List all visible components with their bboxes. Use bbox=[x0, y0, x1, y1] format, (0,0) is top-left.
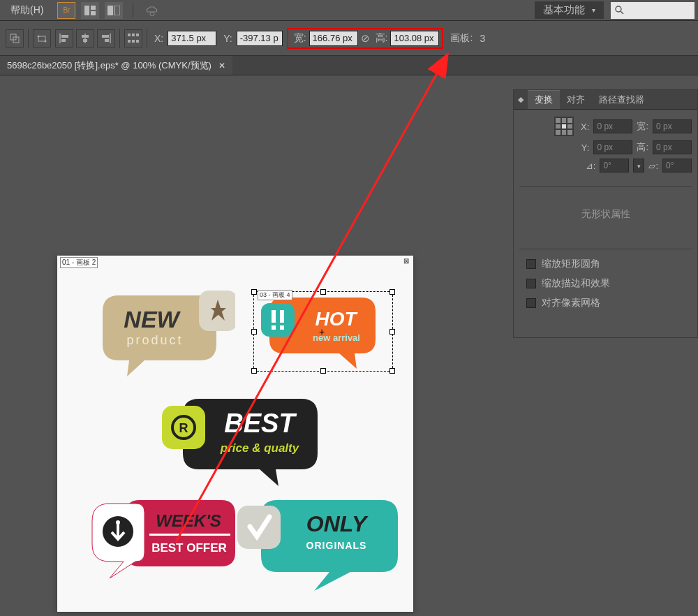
help-menu[interactable]: 帮助(H) bbox=[3, 1, 50, 20]
panel-angle-input[interactable] bbox=[600, 159, 629, 173]
h-label: 高: bbox=[376, 32, 388, 45]
panel-options: 缩放矩形圆角 缩放描边和效果 对齐像素网格 bbox=[519, 249, 692, 330]
anchor-icon[interactable] bbox=[33, 29, 51, 47]
badge-best: R BEST price & qualty bbox=[158, 392, 333, 497]
svg-rect-49 bbox=[237, 506, 281, 549]
transform-again-icon[interactable] bbox=[6, 29, 24, 47]
panel-shear-input[interactable] bbox=[662, 159, 692, 173]
svg-rect-26 bbox=[132, 40, 135, 43]
svg-rect-10 bbox=[38, 36, 45, 41]
divider bbox=[147, 29, 147, 48]
check-align-pixel[interactable]: 对齐像素网格 bbox=[526, 297, 685, 309]
panel-tabs: ◆ 变换 对齐 路径查找器 bbox=[514, 90, 697, 110]
tab-transform[interactable]: 变换 bbox=[528, 90, 560, 109]
svg-rect-14 bbox=[61, 35, 68, 38]
svg-text:new arrival: new arrival bbox=[313, 332, 360, 343]
panel-grip-icon[interactable]: ◆ bbox=[514, 95, 528, 104]
reference-point[interactable] bbox=[554, 117, 574, 136]
svg-point-6 bbox=[616, 6, 621, 12]
svg-rect-33 bbox=[272, 310, 276, 323]
svg-rect-35 bbox=[280, 310, 284, 323]
svg-rect-21 bbox=[105, 39, 109, 42]
badge-new: NEW product bbox=[96, 287, 235, 385]
svg-rect-27 bbox=[136, 40, 139, 43]
panel-w-label: 宽: bbox=[637, 120, 648, 133]
y-input[interactable] bbox=[237, 31, 283, 46]
align-right-icon[interactable] bbox=[97, 29, 115, 47]
svg-rect-18 bbox=[83, 39, 87, 42]
svg-rect-17 bbox=[82, 35, 89, 38]
distribute-icon[interactable] bbox=[124, 29, 142, 47]
transform-panel: ◆ 变换 对齐 路径查找器 X: 宽: Y: 高: ⊿: ▾ ▱: bbox=[513, 89, 698, 338]
panel-angle-label: ⊿: bbox=[586, 161, 596, 171]
h-input[interactable] bbox=[390, 31, 439, 46]
artboard: 01 - 画板 2 ⊠ NEW product HOT new bbox=[57, 256, 413, 612]
svg-point-45 bbox=[116, 520, 120, 525]
divider bbox=[133, 3, 133, 17]
width-height-highlight: 宽: ⊘ 高: bbox=[287, 28, 444, 49]
no-shape-message: 无形状属性 bbox=[519, 186, 692, 235]
svg-rect-0 bbox=[84, 6, 89, 15]
panel-h-label: 高: bbox=[637, 141, 648, 154]
svg-text:ORIGINALS: ORIGINALS bbox=[306, 540, 367, 551]
check-scale-corners[interactable]: 缩放矩形圆角 bbox=[526, 258, 685, 270]
svg-text:BEST: BEST bbox=[224, 409, 297, 438]
search-icon bbox=[615, 6, 625, 15]
menu-bar: 帮助(H) Br 基本功能 ▾ bbox=[0, 0, 698, 21]
align-left-icon[interactable] bbox=[55, 29, 73, 47]
svg-text:BEST OFFER: BEST OFFER bbox=[151, 541, 227, 555]
svg-rect-23 bbox=[132, 34, 135, 36]
svg-rect-24 bbox=[136, 34, 139, 36]
document-tab-bar: 5698c26be2050 [转换].eps* @ 100% (CMYK/预览)… bbox=[0, 56, 698, 75]
align-group bbox=[55, 29, 115, 47]
svg-point-5 bbox=[150, 12, 154, 16]
svg-point-12 bbox=[45, 40, 47, 42]
layout-icon[interactable] bbox=[105, 2, 123, 19]
svg-point-11 bbox=[38, 35, 40, 37]
panel-y-input[interactable] bbox=[593, 140, 632, 154]
divider bbox=[119, 29, 120, 48]
artboard-num: 3 bbox=[480, 33, 485, 44]
panel-x-label: X: bbox=[581, 122, 589, 132]
align-center-h-icon[interactable] bbox=[76, 29, 94, 47]
svg-rect-36 bbox=[280, 325, 284, 330]
y-label: Y: bbox=[223, 33, 232, 44]
workspace-label: 基本功能 bbox=[543, 3, 585, 17]
svg-text:price & qualty: price & qualty bbox=[220, 441, 300, 455]
panel-h-input[interactable] bbox=[653, 140, 692, 154]
angle-dd-icon[interactable]: ▾ bbox=[633, 159, 644, 173]
artboard-close-icon[interactable]: ⊠ bbox=[403, 257, 412, 265]
svg-rect-32 bbox=[261, 303, 295, 337]
x-input[interactable] bbox=[168, 31, 216, 46]
workspace-switcher[interactable]: 基本功能 ▾ bbox=[535, 1, 604, 19]
svg-text:NEW: NEW bbox=[124, 306, 181, 332]
w-input[interactable] bbox=[309, 31, 358, 46]
svg-rect-25 bbox=[128, 40, 131, 43]
artboard-label: 01 - 画板 2 bbox=[60, 257, 98, 268]
check-scale-strokes[interactable]: 缩放描边和效果 bbox=[526, 277, 685, 290]
svg-rect-34 bbox=[272, 325, 276, 330]
svg-text:R: R bbox=[179, 421, 188, 435]
dock-icon[interactable] bbox=[81, 2, 99, 19]
svg-text:ONLY: ONLY bbox=[306, 511, 369, 536]
svg-text:product: product bbox=[126, 333, 183, 347]
tab-align[interactable]: 对齐 bbox=[560, 91, 592, 109]
panel-w-input[interactable] bbox=[653, 119, 692, 133]
svg-rect-3 bbox=[107, 6, 113, 15]
search-input[interactable] bbox=[611, 2, 695, 19]
svg-line-7 bbox=[621, 11, 623, 14]
link-icon[interactable]: ⊘ bbox=[361, 32, 370, 45]
badge-only: ONLY ORIGINALS bbox=[232, 493, 406, 605]
panel-x-input[interactable] bbox=[593, 119, 632, 133]
badge-week: WEEK'S BEST OFFER bbox=[85, 493, 246, 598]
chevron-down-icon: ▾ bbox=[592, 6, 595, 14]
close-icon[interactable]: ✕ bbox=[218, 61, 225, 71]
control-bar: X: Y: 宽: ⊘ 高: 画板: 3 bbox=[0, 21, 698, 56]
bridge-icon[interactable]: Br bbox=[57, 2, 75, 19]
panel-shear-label: ▱: bbox=[648, 161, 658, 171]
svg-rect-2 bbox=[91, 11, 96, 15]
cloud-icon[interactable] bbox=[143, 2, 161, 19]
svg-rect-4 bbox=[114, 6, 120, 15]
document-tab[interactable]: 5698c26be2050 [转换].eps* @ 100% (CMYK/预览)… bbox=[0, 56, 232, 75]
tab-pathfinder[interactable]: 路径查找器 bbox=[592, 91, 651, 109]
